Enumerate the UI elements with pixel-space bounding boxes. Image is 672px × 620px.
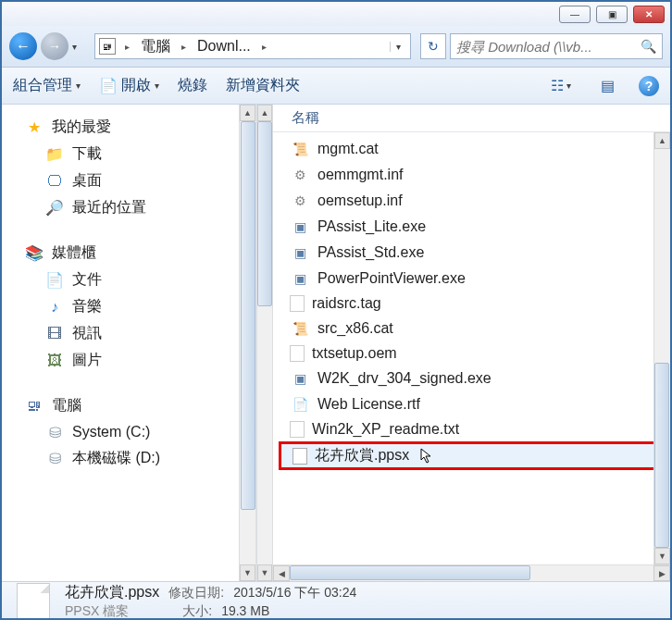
- file-type-icon: [17, 583, 50, 620]
- exe-icon: ▣: [290, 217, 310, 236]
- exe-icon: ▣: [290, 269, 310, 288]
- filelist-hscrollbar[interactable]: ◀ ▶: [273, 564, 670, 581]
- addressbar-dropdown[interactable]: ▾: [390, 42, 406, 52]
- scrollbar-thumb[interactable]: [241, 121, 255, 510]
- inf-icon: ⚙: [290, 192, 310, 210]
- file-name: PowerPointViewer.exe: [317, 270, 466, 287]
- sidebar-item-drive-d[interactable]: ⛁本機磁碟 (D:): [24, 445, 252, 472]
- toolbar: 組合管理▾ 📄 開啟▾ 燒錄 新增資料夾 ☷▾ ▤ ?: [2, 68, 670, 105]
- column-header-name[interactable]: 名稱: [273, 105, 670, 132]
- organize-button[interactable]: 組合管理▾: [13, 76, 81, 95]
- rtf-icon: 📄: [290, 395, 310, 414]
- file-item[interactable]: ▣PAssist_Std.exe: [273, 240, 670, 266]
- cat-icon: 📜: [290, 319, 310, 338]
- scroll-down-icon[interactable]: ▼: [654, 548, 670, 564]
- titlebar: — ▣ ✕: [2, 2, 670, 26]
- navigation-pane: ★我的最愛 📁下載 🖵桌面 🔎最近的位置 📚媒體櫃 📄文件 ♪音樂 🎞視訊 🖼圖…: [2, 105, 256, 581]
- address-bar[interactable]: 🖳 ▸ 電腦 ▸ Downl... ▸ ▾: [94, 33, 411, 59]
- file-item[interactable]: Win2k_XP_readme.txt: [273, 417, 670, 441]
- sidebar-item-downloads[interactable]: 📁下載: [24, 141, 252, 167]
- sidebar-item-pictures[interactable]: 🖼圖片: [24, 347, 252, 374]
- file-item[interactable]: txtsetup.oem: [273, 341, 670, 366]
- scroll-down-icon[interactable]: ▼: [240, 564, 255, 581]
- navbar: ← → ▾ 🖳 ▸ 電腦 ▸ Downl... ▸ ▾ ↻ 🔍: [2, 26, 670, 68]
- libraries-group[interactable]: 📚媒體櫃: [24, 240, 252, 267]
- file-item[interactable]: raidsrc.tag: [273, 291, 670, 316]
- video-icon: 🎞: [44, 325, 65, 343]
- file-item[interactable]: 花卉欣賞.ppsx: [279, 441, 665, 470]
- sidebar-item-desktop[interactable]: 🖵桌面: [24, 167, 252, 194]
- file-item[interactable]: ▣PAssist_Lite.exe: [273, 214, 670, 240]
- sidebar-item-drive-c[interactable]: ⛁System (C:): [24, 419, 252, 445]
- library-icon: 📚: [24, 244, 44, 263]
- cat-icon: 📜: [290, 140, 310, 158]
- file-name: PAssist_Lite.exe: [317, 218, 426, 235]
- star-icon: ★: [24, 118, 44, 137]
- file-name: oemmgmt.inf: [317, 167, 403, 183]
- scroll-left-icon[interactable]: ◀: [273, 565, 290, 581]
- scroll-up-icon[interactable]: ▲: [654, 132, 670, 149]
- search-box[interactable]: 🔍: [450, 33, 663, 59]
- scroll-up-icon[interactable]: ▲: [257, 105, 272, 121]
- file-item[interactable]: ⚙oemsetup.inf: [273, 188, 670, 214]
- new-folder-button[interactable]: 新增資料夾: [226, 76, 300, 95]
- sidebar-item-music[interactable]: ♪音樂: [24, 293, 252, 320]
- scroll-down-icon[interactable]: ▼: [257, 564, 272, 581]
- breadcrumb-segment[interactable]: 電腦: [139, 37, 172, 56]
- details-filename: 花卉欣賞.ppsx: [65, 583, 159, 602]
- breadcrumb-segment[interactable]: Downl...: [195, 38, 253, 55]
- sidebar-item-recent[interactable]: 🔎最近的位置: [24, 194, 252, 221]
- txt-icon: [290, 295, 305, 312]
- view-options-button[interactable]: ☷▾: [545, 77, 577, 94]
- picture-icon: 🖼: [44, 352, 65, 370]
- details-size-label: 大小:: [182, 602, 212, 619]
- help-button[interactable]: ?: [639, 76, 659, 96]
- minimize-button[interactable]: —: [559, 6, 591, 23]
- favorites-group[interactable]: ★我的最愛: [24, 114, 252, 141]
- file-name: Win2k_XP_readme.txt: [312, 421, 459, 438]
- file-item[interactable]: 📄Web License.rtf: [273, 391, 670, 417]
- scroll-up-icon[interactable]: ▲: [240, 105, 255, 121]
- scrollbar-thumb[interactable]: [257, 121, 272, 306]
- forward-button[interactable]: →: [41, 32, 68, 60]
- search-icon[interactable]: 🔍: [641, 39, 656, 54]
- details-modified-value: 2013/5/16 下午 03:24: [233, 584, 356, 601]
- open-button[interactable]: 📄 開啟▾: [99, 76, 159, 95]
- back-button[interactable]: ←: [9, 32, 37, 60]
- scroll-right-icon[interactable]: ▶: [653, 565, 670, 581]
- content-area: ★我的最愛 📁下載 🖵桌面 🔎最近的位置 📚媒體櫃 📄文件 ♪音樂 🎞視訊 🖼圖…: [2, 105, 670, 581]
- computer-icon: 🖳: [99, 38, 116, 55]
- file-item[interactable]: 📜src_x86.cat: [273, 316, 670, 341]
- burn-button[interactable]: 燒錄: [178, 76, 207, 95]
- file-item[interactable]: ▣W2K_drv_304_signed.exe: [273, 366, 670, 391]
- details-filetype: PPSX 檔案: [65, 602, 129, 619]
- drive-icon: ⛁: [44, 450, 65, 468]
- navpane-scrollbar[interactable]: ▲ ▼: [239, 105, 255, 581]
- file-item[interactable]: ▣PowerPointViewer.exe: [273, 266, 670, 291]
- splitter-scrollbar[interactable]: ▲ ▼: [256, 105, 273, 581]
- close-button[interactable]: ✕: [633, 6, 665, 23]
- desktop-icon: 🖵: [44, 172, 65, 191]
- scrollbar-thumb[interactable]: [654, 363, 669, 548]
- search-input[interactable]: [456, 39, 641, 55]
- file-name: txtsetup.oem: [312, 345, 397, 362]
- maximize-button[interactable]: ▣: [596, 6, 628, 23]
- refresh-button[interactable]: ↻: [420, 33, 446, 59]
- preview-pane-button[interactable]: ▤: [595, 77, 620, 94]
- ppsx-icon: [292, 448, 307, 465]
- txt-icon: [290, 421, 305, 438]
- sidebar-item-videos[interactable]: 🎞視訊: [24, 320, 252, 347]
- file-item[interactable]: 📜mgmt.cat: [273, 136, 670, 162]
- download-folder-icon: 📁: [44, 145, 65, 164]
- file-name: 花卉欣賞.ppsx: [315, 446, 409, 465]
- chevron-right-icon[interactable]: ▸: [176, 42, 192, 52]
- file-item[interactable]: ⚙oemmgmt.inf: [273, 162, 670, 188]
- sidebar-item-documents[interactable]: 📄文件: [24, 267, 252, 293]
- exe-icon: ▣: [290, 369, 310, 388]
- history-dropdown[interactable]: ▾: [72, 42, 85, 52]
- computer-group[interactable]: 🖳電腦: [24, 392, 252, 419]
- scrollbar-thumb[interactable]: [290, 565, 530, 580]
- chevron-right-icon[interactable]: ▸: [119, 42, 135, 52]
- chevron-right-icon[interactable]: ▸: [256, 42, 272, 52]
- filelist-vscrollbar[interactable]: ▲ ▼: [653, 132, 670, 564]
